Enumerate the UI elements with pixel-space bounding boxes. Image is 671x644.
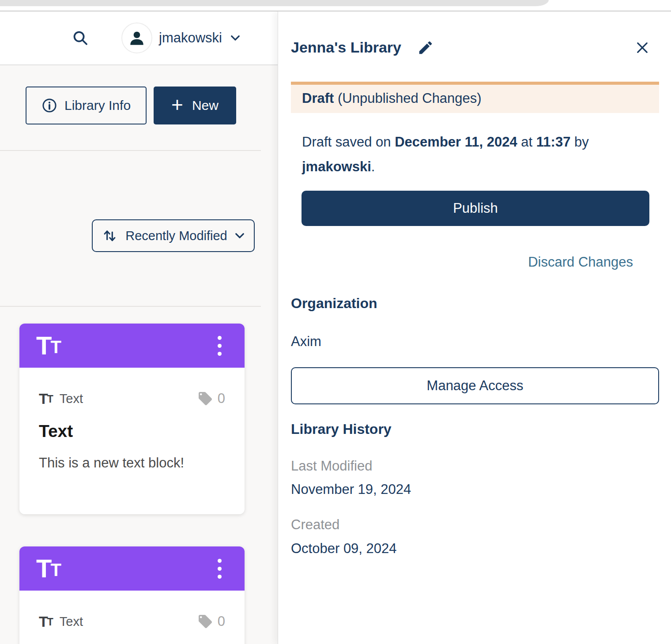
search-button[interactable] (72, 30, 89, 46)
draft-saved-time: 11:37 (536, 134, 571, 150)
pencil-icon (417, 39, 434, 56)
draft-saved-date: December 11, 2024 (395, 134, 517, 150)
library-title: Jenna's Library (291, 39, 401, 56)
avatar (121, 23, 152, 53)
kebab-menu-icon[interactable] (215, 556, 224, 581)
chevron-down-icon (235, 233, 245, 239)
last-modified-value: November 19, 2024 (291, 482, 659, 497)
divider (0, 306, 261, 307)
card-header: T T (19, 324, 245, 368)
draft-saved-text: Draft saved on December 11, 2024 at 11:3… (291, 130, 646, 179)
card-type-label: Text (60, 614, 83, 629)
sidebar-header: Jenna's Library (291, 39, 659, 56)
divider (0, 150, 261, 151)
organization-value: Axim (291, 334, 659, 350)
card-body: T T Text 0 (19, 591, 245, 629)
card-type-label: Text (60, 392, 83, 406)
new-label: New (192, 98, 219, 113)
sort-dropdown[interactable]: Recently Modified (92, 219, 255, 252)
created-label: Created (291, 517, 659, 533)
card-type-row: T T Text 0 (39, 391, 225, 407)
publish-button[interactable]: Publish (302, 191, 649, 226)
search-icon (72, 30, 89, 46)
text-block-icon: T T (39, 391, 53, 406)
card-header: T T (19, 546, 245, 591)
edit-title-button[interactable] (417, 39, 434, 56)
component-card[interactable]: T T T T Text (19, 546, 245, 644)
tag-icon (197, 391, 213, 407)
window-chrome (0, 0, 671, 11)
component-card-list: T T T T Text (19, 324, 245, 644)
card-body: T T Text 0 Text This is a new te (19, 368, 245, 471)
text-block-icon: T T (36, 556, 61, 581)
text-block-icon: T T (39, 614, 53, 629)
tag-count: 0 (218, 391, 225, 407)
library-history-heading: Library History (291, 421, 659, 437)
sort-row: Recently Modified (92, 219, 278, 252)
user-icon (128, 29, 146, 47)
close-sidebar-button[interactable] (635, 41, 649, 55)
username: jmakowski (159, 30, 222, 46)
created-value: October 09, 2024 (291, 541, 659, 557)
text-block-icon: T T (36, 333, 61, 358)
discard-changes-link[interactable]: Discard Changes (528, 254, 633, 270)
manage-access-button[interactable]: Manage Access (291, 367, 659, 404)
tag-icon (197, 614, 213, 629)
sort-arrows-icon (102, 228, 118, 244)
tag-count: 0 (218, 614, 225, 629)
discard-row: Discard Changes (291, 254, 659, 270)
library-toolbar: Library Info + New (26, 87, 278, 124)
library-info-sidebar: Jenna's Library Draft (Unpublished Chang… (278, 11, 671, 644)
library-info-button[interactable]: Library Info (26, 87, 147, 124)
kebab-menu-icon[interactable] (215, 333, 224, 358)
card-description: This is a new text block! (39, 455, 225, 471)
library-info-label: Library Info (64, 98, 131, 113)
info-icon (41, 98, 57, 113)
status-draft-label: Draft (302, 90, 334, 106)
component-card[interactable]: T T T T Text (19, 324, 245, 514)
organization-heading: Organization (291, 295, 659, 312)
close-icon (635, 41, 649, 55)
card-title: Text (39, 422, 225, 441)
last-modified-label: Last Modified (291, 458, 659, 474)
chevron-down-icon (230, 35, 240, 41)
sort-label: Recently Modified (125, 229, 227, 243)
library-content-pane: jmakowski Library Info (0, 11, 278, 644)
card-type-row: T T Text 0 (39, 614, 225, 629)
status-detail: (Unpublished Changes) (334, 90, 481, 106)
user-menu[interactable]: jmakowski (121, 23, 240, 53)
draft-saved-user: jmakowski (302, 159, 371, 174)
app: jmakowski Library Info (0, 11, 671, 644)
window-chrome-strip (0, 0, 549, 6)
new-button[interactable]: + New (154, 87, 236, 124)
draft-status-banner: Draft (Unpublished Changes) (291, 82, 659, 113)
left-header: jmakowski (0, 11, 278, 65)
